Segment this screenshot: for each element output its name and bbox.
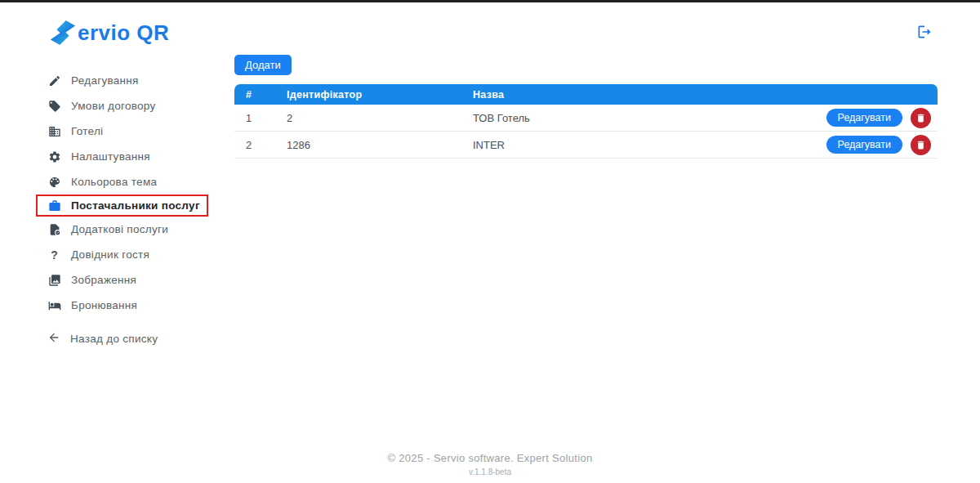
sidebar-item[interactable]: ? Довідник гостя	[36, 242, 158, 267]
briefcase-icon	[47, 199, 61, 212]
sidebar-menu: Редагування Умови договору Готелі Налашт…	[0, 68, 234, 318]
cell-identifier: 1286	[287, 139, 473, 151]
sidebar-item[interactable]: Бронювання	[36, 293, 145, 318]
header-identifier: Ідентифікатор	[287, 89, 473, 101]
images-icon	[47, 273, 61, 287]
cell-number: 2	[234, 139, 287, 151]
providers-table: # Ідентифікатор Назва 1 2 ТОВ Готель Ред…	[234, 84, 938, 159]
copyright-text: © 2025 - Servio software. Expert Solutio…	[0, 452, 980, 464]
sidebar-item-back-to-list[interactable]: Назад до списку	[36, 326, 166, 351]
header-number: #	[234, 89, 287, 101]
sidebar-item-label: Редагування	[71, 74, 139, 87]
topbar: ervio QR	[0, 2, 980, 53]
table-body: 1 2 ТОВ Готель Редагувати 2 1286 INTER Р…	[234, 105, 938, 159]
main-content: Додати # Ідентифікатор Назва 1 2 ТОВ Гот…	[234, 55, 938, 159]
sidebar-item-label: Додаткові послуги	[71, 223, 168, 235]
question-icon: ?	[47, 248, 61, 262]
edit-button[interactable]: Редагувати	[826, 136, 902, 154]
back-arrow-icon	[47, 331, 60, 347]
add-button[interactable]: Додати	[234, 55, 292, 75]
cell-identifier: 2	[287, 112, 473, 124]
logo-mark-icon	[49, 19, 77, 47]
edit-button[interactable]: Редагувати	[826, 109, 902, 127]
sidebar-item-label: Умови договору	[71, 100, 156, 112]
table-row: 1 2 ТОВ Готель Редагувати	[234, 105, 938, 132]
table-header-row: # Ідентифікатор Назва	[234, 84, 938, 105]
services-icon	[47, 222, 61, 236]
sidebar-item[interactable]: Готелі	[36, 119, 111, 144]
sidebar-item[interactable]: Умови договору	[36, 93, 164, 119]
sidebar-item[interactable]: Додаткові послуги	[36, 217, 176, 242]
sidebar-item-label: Постачальники послуг	[71, 199, 200, 212]
cell-number: 1	[234, 112, 287, 124]
sidebar-item-label: Кольорова тема	[71, 176, 157, 188]
cell-name: INTER	[473, 139, 782, 151]
header-name: Назва	[473, 89, 782, 101]
building-icon	[47, 124, 61, 138]
bed-icon	[47, 298, 61, 312]
trash-icon	[915, 113, 926, 123]
cell-name: ТОВ Готель	[473, 112, 782, 124]
logout-button[interactable]	[916, 24, 933, 42]
sidebar-item-label: Готелі	[71, 125, 103, 137]
delete-button[interactable]	[911, 135, 931, 155]
version-text: v.1.1.8-beta	[0, 467, 980, 476]
pencil-icon	[47, 74, 61, 87]
table-row: 2 1286 INTER Редагувати	[234, 132, 938, 159]
sidebar-item[interactable]: Налаштування	[36, 144, 158, 169]
app-root: ervio QR Редагування Умови договору Готе…	[0, 0, 980, 483]
sidebar-item[interactable]: Кольорова тема	[36, 169, 165, 195]
tag-icon	[47, 99, 61, 113]
logo-text: ervio QR	[78, 20, 169, 46]
sidebar-item[interactable]: Зображення	[36, 267, 145, 293]
sidebar-item-label: Зображення	[71, 274, 136, 286]
sidebar-item-active[interactable]: Постачальники послуг	[36, 195, 208, 217]
servio-qr-logo[interactable]: ervio QR	[49, 19, 169, 47]
footer: © 2025 - Servio software. Expert Solutio…	[0, 452, 980, 476]
palette-icon	[47, 175, 61, 189]
gear-icon	[47, 150, 61, 163]
delete-button[interactable]	[911, 108, 931, 128]
trash-icon	[915, 140, 926, 150]
logout-icon	[916, 24, 933, 40]
sidebar-item-label: Бронювання	[71, 299, 137, 311]
sidebar: Редагування Умови договору Готелі Налашт…	[0, 68, 234, 351]
back-to-list-label: Назад до списку	[70, 333, 158, 345]
sidebar-item[interactable]: Редагування	[36, 68, 147, 93]
sidebar-item-label: Налаштування	[71, 150, 150, 163]
sidebar-item-label: Довідник гостя	[71, 248, 149, 261]
